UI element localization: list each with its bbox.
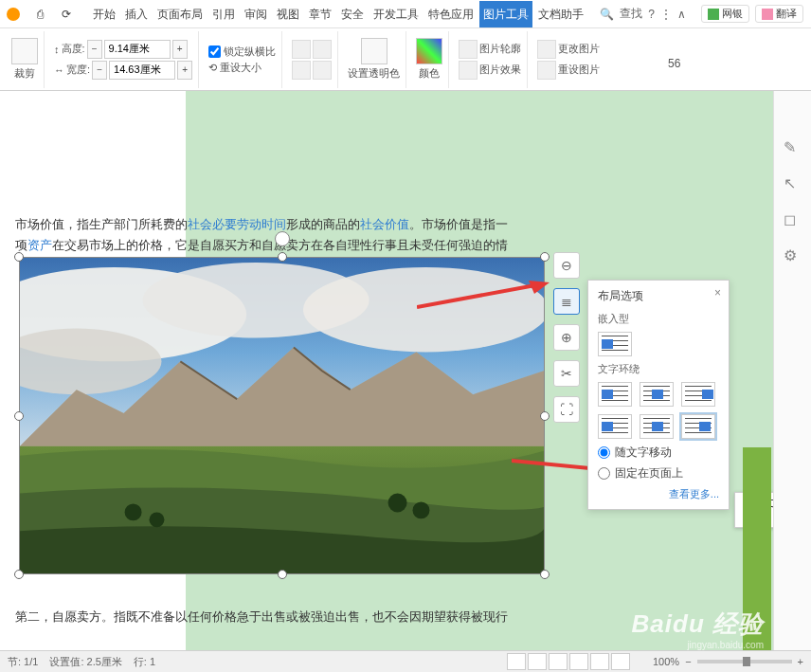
wrap-through[interactable] <box>681 382 715 407</box>
rotate-right-icon[interactable] <box>313 40 332 59</box>
tab-view[interactable]: 视图 <box>273 1 303 27</box>
reset-size-label[interactable]: 重设大小 <box>220 61 261 75</box>
handle-bot-left[interactable] <box>14 570 24 579</box>
view-mode-6[interactable] <box>611 653 630 670</box>
shapes-icon[interactable]: ◻ <box>784 210 802 229</box>
view-mode-1[interactable] <box>507 653 526 670</box>
tab-special[interactable]: 特色应用 <box>424 1 478 27</box>
zoom-out-btn[interactable]: ⊖ <box>553 252 580 279</box>
height-inc[interactable]: + <box>172 40 188 59</box>
handle-top-mid[interactable] <box>278 252 287 262</box>
view-buttons <box>507 653 630 670</box>
zoom-slider[interactable] <box>697 660 792 663</box>
link-social-value[interactable]: 社会价值 <box>360 217 409 231</box>
crop-icon[interactable] <box>11 38 38 64</box>
flip-v-icon[interactable] <box>313 61 332 80</box>
tab-security[interactable]: 安全 <box>337 1 368 27</box>
settings-icon[interactable]: ⚙ <box>784 246 802 265</box>
width-dec[interactable]: − <box>92 61 107 80</box>
flip-h-icon[interactable] <box>292 61 311 80</box>
wrap-topbottom[interactable] <box>598 414 632 439</box>
zoom-in-icon[interactable]: + <box>798 656 803 667</box>
wrap-inline[interactable] <box>598 332 632 356</box>
save-icon[interactable]: ⎙ <box>27 1 53 27</box>
svg-marker-11 <box>529 281 550 294</box>
app-logo[interactable] <box>0 1 27 27</box>
svg-point-8 <box>388 494 407 513</box>
pencil-icon[interactable]: ✎ <box>784 138 802 157</box>
tab-doc-helper[interactable]: 文档助手 <box>534 1 587 27</box>
height-dec[interactable]: − <box>87 40 102 59</box>
tab-insert[interactable]: 插入 <box>121 1 152 27</box>
refresh-icon[interactable]: ⟳ <box>53 1 80 27</box>
handle-top-right[interactable] <box>540 252 550 262</box>
handle-bot-right[interactable] <box>540 570 550 579</box>
outline-label[interactable]: 图片轮廓 <box>479 42 521 56</box>
effect-label[interactable]: 图片效果 <box>479 63 521 77</box>
search-icon[interactable]: 🔍 <box>600 8 614 21</box>
change-pic-label[interactable]: 更改图片 <box>558 42 600 56</box>
see-more-link[interactable]: 查看更多... <box>598 487 719 501</box>
reset-pic-icon[interactable] <box>537 61 556 80</box>
layout-options-btn[interactable]: ≣ <box>553 288 580 315</box>
change-pic-icon[interactable] <box>537 40 556 59</box>
paragraph-2: 第二，自愿卖方。指既不准备以任何价格急于出售或被强迫出售，也不会因期望获得被现行 <box>15 607 527 627</box>
help-icon[interactable]: ? <box>648 8 655 21</box>
view-mode-3[interactable] <box>549 653 568 670</box>
lock-ratio-checkbox[interactable] <box>208 45 221 58</box>
handle-mid-right[interactable] <box>540 411 550 421</box>
dimensions-group: ↕ 高度: − + ↔ 宽度: − + <box>48 31 199 88</box>
width-input[interactable] <box>109 61 175 80</box>
more-icon[interactable]: ⋮ <box>660 8 672 21</box>
tab-chapter[interactable]: 章节 <box>305 1 335 27</box>
height-input[interactable] <box>104 40 171 59</box>
handle-top-left[interactable] <box>14 252 24 262</box>
view-mode-2[interactable] <box>528 653 547 670</box>
reset-size-icon[interactable]: ⟲ <box>208 62 217 74</box>
zoom-value[interactable]: 100% <box>653 656 679 667</box>
color-icon[interactable] <box>416 38 442 64</box>
close-icon[interactable]: × <box>714 286 721 300</box>
ext-translate[interactable]: 翻译 <box>755 5 803 23</box>
svg-point-7 <box>150 512 165 527</box>
view-mode-4[interactable] <box>569 653 588 670</box>
cursor-icon[interactable]: ↖ <box>784 174 802 193</box>
svg-point-6 <box>125 503 142 520</box>
browser-extensions: 网银 翻译 <box>694 5 811 23</box>
status-page: 节: 1/1 <box>8 655 38 669</box>
search-label[interactable]: 查找 <box>620 6 642 22</box>
transparent-icon[interactable] <box>361 38 387 64</box>
link-labor-time[interactable]: 社会必要劳动时间 <box>188 217 286 231</box>
expand-side-btn[interactable]: ⛶ <box>553 396 580 423</box>
crop-side-btn[interactable]: ✂ <box>553 360 580 387</box>
tab-review[interactable]: 审阅 <box>241 1 271 27</box>
rotate-handle[interactable] <box>275 231 290 246</box>
width-inc[interactable]: + <box>177 61 192 80</box>
expand-icon[interactable]: ∧ <box>677 8 686 21</box>
tab-pagelayout[interactable]: 页面布局 <box>153 1 207 27</box>
handle-mid-left[interactable] <box>14 411 24 421</box>
radio-fixed-page[interactable] <box>598 467 610 480</box>
document-canvas[interactable]: 市场价值，指生产部门所耗费的社会必要劳动时间形成的商品的社会价值。市场价值是指一… <box>0 91 811 650</box>
view-mode-5[interactable] <box>590 653 609 670</box>
wrap-tight[interactable] <box>640 382 674 407</box>
ext-bank[interactable]: 网银 <box>701 5 749 23</box>
radio-move-with-text[interactable] <box>598 446 610 459</box>
wrap-infront[interactable] <box>681 414 715 439</box>
outline-icon[interactable] <box>459 40 478 59</box>
zoom-out-icon[interactable]: − <box>685 656 691 667</box>
reset-pic-label[interactable]: 重设图片 <box>558 63 600 77</box>
wrap-behind[interactable] <box>640 414 674 439</box>
wrap-square[interactable] <box>598 382 632 407</box>
handle-bot-mid[interactable] <box>278 570 287 579</box>
effect-icon[interactable] <box>459 61 478 80</box>
color-label: 颜色 <box>419 66 440 81</box>
zoom-in-btn[interactable]: ⊕ <box>553 324 580 351</box>
annotation-arrow-1 <box>417 281 550 309</box>
link-asset[interactable]: 资产 <box>27 238 52 252</box>
tab-reference[interactable]: 引用 <box>208 1 239 27</box>
tab-picture-tools[interactable]: 图片工具 <box>479 1 532 27</box>
tab-start[interactable]: 开始 <box>89 1 119 27</box>
tab-devtools[interactable]: 开发工具 <box>369 1 423 27</box>
rotate-left-icon[interactable] <box>292 40 311 59</box>
